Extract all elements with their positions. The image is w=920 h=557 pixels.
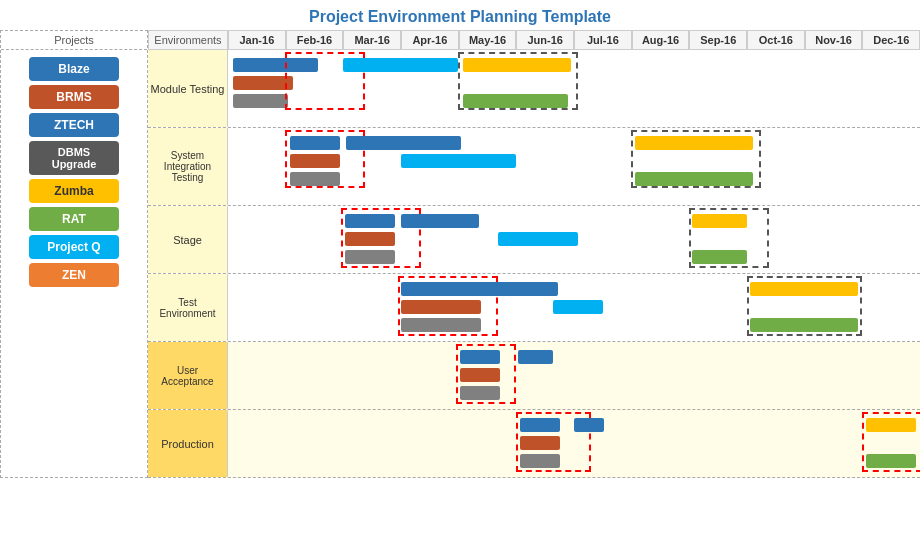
bar-rat-mt bbox=[463, 94, 568, 108]
bar-zumba-mt bbox=[463, 58, 571, 72]
timeline-stage bbox=[228, 206, 920, 273]
bar-rat-stage bbox=[692, 250, 747, 264]
row-production: Production bbox=[148, 410, 920, 478]
env-sit: System Integration Testing bbox=[148, 128, 228, 205]
project-zen[interactable]: ZEN bbox=[29, 263, 119, 287]
bar-brms-sit bbox=[290, 154, 340, 168]
project-blaze[interactable]: Blaze bbox=[29, 57, 119, 81]
gantt-area: Environments Jan-16 Feb-16 Mar-16 Apr-16… bbox=[148, 30, 920, 478]
bar-brms-te bbox=[401, 300, 481, 314]
timeline-production bbox=[228, 410, 920, 477]
main-title: Project Environment Planning Template bbox=[0, 0, 920, 30]
timeline-module-testing bbox=[228, 50, 920, 127]
bar-dbms-te bbox=[401, 318, 481, 332]
month-sep: Sep-16 bbox=[689, 30, 747, 50]
bar-blaze-stage bbox=[345, 214, 395, 228]
bar-dbms-sit bbox=[290, 172, 340, 186]
bar-zumba-stage bbox=[692, 214, 747, 228]
project-brms[interactable]: BRMS bbox=[29, 85, 119, 109]
row-test-env: Test Environment bbox=[148, 274, 920, 342]
bar-brms-stage bbox=[345, 232, 395, 246]
row-stage: Stage bbox=[148, 206, 920, 274]
bar-blaze-uat bbox=[460, 350, 500, 364]
row-uat: User Acceptance bbox=[148, 342, 920, 410]
bar-projq-sit bbox=[401, 154, 516, 168]
project-q[interactable]: Project Q bbox=[29, 235, 119, 259]
bar-brms-prod bbox=[520, 436, 560, 450]
bar-brms-uat bbox=[460, 368, 500, 382]
bar-ztech-te bbox=[463, 282, 558, 296]
bar-dbms-prod bbox=[520, 454, 560, 468]
month-jul: Jul-16 bbox=[574, 30, 632, 50]
month-oct: Oct-16 bbox=[747, 30, 805, 50]
bar-zumba-sit bbox=[635, 136, 753, 150]
bar-ztech-sit-1 bbox=[346, 136, 461, 150]
timeline-uat bbox=[228, 342, 920, 409]
bar-dbms-mt bbox=[233, 94, 288, 108]
bar-rat-sit bbox=[635, 172, 753, 186]
months-header: Jan-16 Feb-16 Mar-16 Apr-16 May-16 Jun-1… bbox=[228, 30, 920, 50]
month-apr: Apr-16 bbox=[401, 30, 459, 50]
month-jan: Jan-16 bbox=[228, 30, 286, 50]
month-may: May-16 bbox=[459, 30, 517, 50]
timeline-test-env bbox=[228, 274, 920, 341]
projects-label: Projects bbox=[1, 31, 147, 50]
project-dbms[interactable]: DBMSUpgrade bbox=[29, 141, 119, 175]
project-rat[interactable]: RAT bbox=[29, 207, 119, 231]
month-dec: Dec-16 bbox=[862, 30, 920, 50]
env-test: Test Environment bbox=[148, 274, 228, 341]
row-module-testing: Module Testing bbox=[148, 50, 920, 128]
month-mar: Mar-16 bbox=[343, 30, 401, 50]
env-stage: Stage bbox=[148, 206, 228, 273]
project-zumba[interactable]: Zumba bbox=[29, 179, 119, 203]
bar-blaze-mt bbox=[233, 58, 318, 72]
env-production: Production bbox=[148, 410, 228, 477]
bar-dbms-uat bbox=[460, 386, 500, 400]
month-jun: Jun-16 bbox=[516, 30, 574, 50]
bar-rat-te bbox=[750, 318, 858, 332]
bar-zumba-te bbox=[750, 282, 858, 296]
bar-rat-prod bbox=[866, 454, 916, 468]
bar-zumba-prod bbox=[866, 418, 916, 432]
bar-ztech-stage bbox=[401, 214, 479, 228]
bar-projq-te bbox=[553, 300, 603, 314]
projects-sidebar: Projects Blaze BRMS ZTECH DBMSUpgrade Zu… bbox=[0, 30, 148, 478]
environments-header: Environments bbox=[148, 30, 228, 50]
bar-blaze-sit bbox=[290, 136, 340, 150]
bar-dbms-stage bbox=[345, 250, 395, 264]
month-nov: Nov-16 bbox=[805, 30, 863, 50]
bar-brms-mt bbox=[233, 76, 293, 90]
bar-projq-stage bbox=[498, 232, 578, 246]
month-feb: Feb-16 bbox=[286, 30, 344, 50]
bar-ztech-mt bbox=[343, 58, 458, 72]
month-aug: Aug-16 bbox=[632, 30, 690, 50]
env-module-testing: Module Testing bbox=[148, 50, 228, 127]
bar-blaze-prod bbox=[520, 418, 560, 432]
bar-ztech-prod bbox=[574, 418, 604, 432]
row-sit: System Integration Testing bbox=[148, 128, 920, 206]
project-ztech[interactable]: ZTECH bbox=[29, 113, 119, 137]
bar-ztech-uat bbox=[518, 350, 553, 364]
timeline-sit bbox=[228, 128, 920, 205]
env-uat: User Acceptance bbox=[148, 342, 228, 409]
